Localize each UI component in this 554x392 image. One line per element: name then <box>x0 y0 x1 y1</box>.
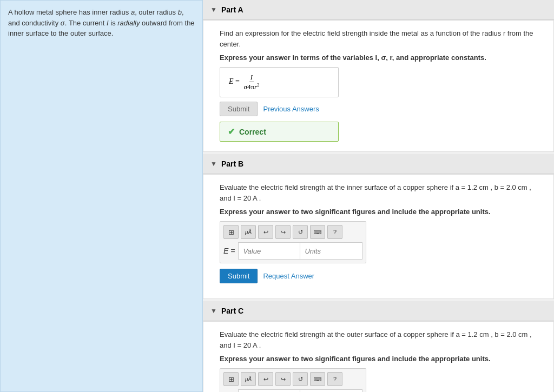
part-c-description: Evaluate the electric field strength at … <box>220 329 537 350</box>
checkmark-icon: ✔ <box>228 127 235 137</box>
part-a-chevron-icon: ▼ <box>210 6 217 14</box>
part-a-instruction: Express your answer in terms of the vari… <box>220 54 537 62</box>
part-b-help-button[interactable]: ? <box>327 225 342 239</box>
part-a-submit-button[interactable]: Submit <box>220 102 258 116</box>
part-b-instruction: Express your answer to two significant f… <box>220 208 537 216</box>
part-b-input-label: E = <box>223 247 235 255</box>
part-c-help-button[interactable]: ? <box>327 372 342 386</box>
part-c-redo-button[interactable]: ↪ <box>275 372 291 386</box>
part-b-submit-row: Submit Request Answer <box>220 269 537 283</box>
part-c-mu-button[interactable]: μÅ <box>241 372 256 386</box>
part-c-input-toolbar: ⊞ μÅ ↩ ↪ ↺ ⌨ ? E = <box>220 368 366 392</box>
part-b-redo-button[interactable]: ↪ <box>275 225 291 239</box>
part-b-chevron-icon: ▼ <box>210 160 217 168</box>
part-a-formula-box[interactable]: E = I σ4πr2 <box>220 67 339 97</box>
part-b-request-answer-link[interactable]: Request Answer <box>263 272 314 280</box>
part-c-keyboard-button[interactable]: ⌨ <box>310 372 325 386</box>
part-b-mu-button[interactable]: μÅ <box>241 225 256 239</box>
part-c-undo-button[interactable]: ↩ <box>258 372 273 386</box>
part-c-section: ▼ Part C Evaluate the electric field str… <box>203 301 554 392</box>
part-c-value-input[interactable] <box>238 389 300 392</box>
part-b-input-toolbar: ⊞ μÅ ↩ ↪ ↺ ⌨ ? E = <box>220 221 366 263</box>
part-a-header[interactable]: ▼ Part A <box>203 0 554 20</box>
part-c-refresh-button[interactable]: ↺ <box>293 372 308 386</box>
part-c-grid-icon-button[interactable]: ⊞ <box>223 372 239 386</box>
part-b-toolbar-row: ⊞ μÅ ↩ ↪ ↺ ⌨ ? <box>223 225 362 239</box>
part-b-grid-icon-button[interactable]: ⊞ <box>223 225 239 239</box>
part-c-input-row: E = <box>223 389 362 392</box>
part-c-toolbar-row: ⊞ μÅ ↩ ↪ ↺ ⌨ ? <box>223 372 362 386</box>
problem-description: A hollow metal sphere has inner radius a… <box>0 0 203 392</box>
correct-label: Correct <box>239 128 266 136</box>
part-a-body: Find an expression for the electric fiel… <box>203 20 554 152</box>
part-c-instruction: Express your answer to two significant f… <box>220 355 537 363</box>
part-c-body: Evaluate the electric field strength at … <box>203 321 554 392</box>
part-b-units-input[interactable] <box>300 242 362 260</box>
part-b-undo-button[interactable]: ↩ <box>258 225 273 239</box>
part-b-header[interactable]: ▼ Part B <box>203 154 554 174</box>
part-b-description: Evaluate the electric field strength at … <box>220 182 537 203</box>
part-a-label: Part A <box>221 5 243 14</box>
part-c-chevron-icon: ▼ <box>210 307 217 315</box>
part-a-formula: E = I σ4πr2 <box>229 77 262 85</box>
part-b-refresh-button[interactable]: ↺ <box>293 225 308 239</box>
part-b-keyboard-button[interactable]: ⌨ <box>310 225 325 239</box>
part-a-previous-answers-link[interactable]: Previous Answers <box>263 105 319 113</box>
part-c-label: Part C <box>221 307 243 315</box>
part-c-units-input[interactable] <box>300 389 362 392</box>
part-a-submit-row: Submit Previous Answers <box>220 102 537 116</box>
part-a-correct-badge: ✔ Correct <box>220 122 339 142</box>
part-a-section: ▼ Part A Find an expression for the elec… <box>203 0 554 152</box>
part-b-submit-button[interactable]: Submit <box>220 269 258 283</box>
part-b-body: Evaluate the electric field strength at … <box>203 174 554 299</box>
part-b-label: Part B <box>221 160 243 168</box>
part-b-value-input[interactable] <box>238 242 300 260</box>
part-b-section: ▼ Part B Evaluate the electric field str… <box>203 154 554 299</box>
part-a-description: Find an expression for the electric fiel… <box>220 28 537 49</box>
main-content: ▼ Part A Find an expression for the elec… <box>203 0 554 392</box>
part-b-input-row: E = <box>223 242 362 260</box>
sidebar-text: A hollow metal sphere has inner radius a… <box>8 7 195 39</box>
part-c-header[interactable]: ▼ Part C <box>203 301 554 321</box>
